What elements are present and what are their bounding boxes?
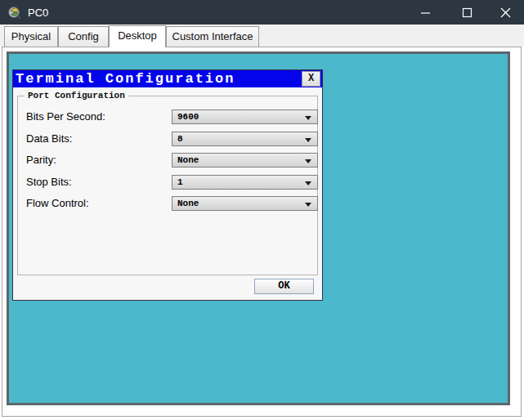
parity-select[interactable]: None: [172, 153, 318, 168]
parity-label: Parity:: [26, 153, 165, 168]
minimize-icon[interactable]: [410, 0, 441, 25]
flow-control-label: Flow Control:: [26, 196, 165, 211]
close-icon[interactable]: [490, 0, 521, 25]
app-icon: [7, 5, 22, 20]
dialog-titlebar[interactable]: Terminal Configuration: [13, 70, 322, 87]
terminal-configuration-dialog: Terminal Configuration X Port Configurat…: [12, 69, 323, 301]
flow-control-select[interactable]: None: [172, 196, 318, 211]
window-titlebar: PC0: [0, 0, 524, 25]
chevron-down-icon: [305, 138, 311, 142]
bits-per-second-label: Bits Per Second:: [26, 109, 165, 124]
chevron-down-icon: [305, 203, 311, 207]
parity-value: None: [177, 154, 199, 168]
stop-bits-select[interactable]: 1: [172, 175, 318, 190]
stop-bits-label: Stop Bits:: [26, 175, 165, 190]
data-bits-label: Data Bits:: [26, 132, 165, 146]
chevron-down-icon: [305, 181, 311, 185]
maximize-icon[interactable]: [451, 0, 482, 25]
ok-button[interactable]: OK: [254, 279, 314, 294]
data-bits-value: 8: [177, 132, 183, 146]
tab-desktop[interactable]: Desktop: [109, 25, 166, 47]
window-title: PC0: [28, 7, 48, 19]
bits-per-second-value: 9600: [177, 110, 199, 124]
data-bits-select[interactable]: 8: [172, 132, 318, 146]
tab-config[interactable]: Config: [58, 26, 109, 47]
tab-bar: Physical Config Desktop Custom Interface: [0, 25, 524, 47]
port-configuration-title: Port Configuration: [25, 91, 128, 101]
chevron-down-icon: [305, 159, 311, 163]
chevron-down-icon: [305, 116, 311, 120]
dialog-close-button[interactable]: X: [302, 71, 320, 87]
tab-custom-interface[interactable]: Custom Interface: [166, 26, 259, 47]
packet-tracer-device-window: PC0 Physical Config Desktop Custom Inter…: [0, 0, 524, 420]
stop-bits-value: 1: [177, 176, 183, 190]
bits-per-second-select[interactable]: 9600: [172, 109, 318, 124]
flow-control-value: None: [177, 197, 199, 211]
dialog-title: Terminal Configuration: [16, 70, 235, 87]
tab-physical[interactable]: Physical: [4, 26, 58, 47]
